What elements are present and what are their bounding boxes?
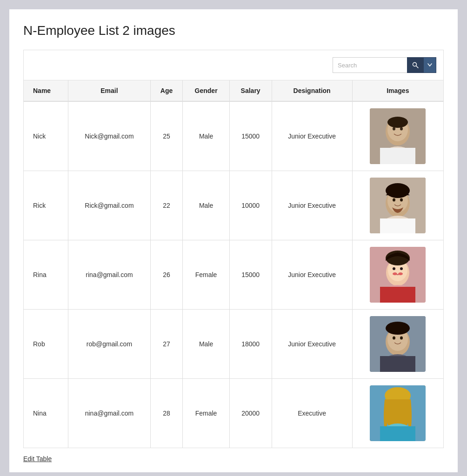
svg-rect-45 [380, 426, 415, 441]
search-button[interactable] [407, 57, 424, 73]
cell-email: rob@gmail.com [68, 310, 150, 379]
svg-point-24 [398, 272, 403, 275]
employee-avatar [370, 385, 426, 441]
svg-point-22 [400, 267, 403, 270]
svg-point-13 [393, 198, 395, 202]
page-title: N-Employee List 2 images [23, 23, 444, 38]
col-header-gender: Gender [183, 80, 229, 101]
svg-point-23 [393, 272, 397, 275]
cell-gender: Female [183, 379, 229, 448]
chevron-down-icon [427, 63, 432, 67]
cell-designation: Junior Executive [272, 101, 352, 171]
search-input[interactable] [333, 57, 407, 73]
cell-name: Nick [24, 101, 68, 171]
svg-rect-9 [380, 148, 415, 164]
cell-salary: 20000 [229, 379, 272, 448]
cell-salary: 15000 [229, 240, 272, 310]
cell-image [352, 101, 443, 171]
cell-email: nina@gmail.com [68, 379, 150, 448]
col-header-images: Images [352, 80, 443, 101]
col-header-name: Name [24, 80, 68, 101]
cell-gender: Female [183, 240, 229, 310]
cell-designation: Executive [272, 379, 352, 448]
cell-gender: Male [183, 101, 229, 171]
cell-image [352, 310, 443, 379]
page-container: N-Employee List 2 images Name [9, 9, 458, 472]
table-wrapper: Name Email Age Gender Salary Designation… [23, 50, 444, 448]
table-row: Nina nina@gmail.com 28 Female 20000 Exec… [24, 379, 443, 448]
cell-salary: 18000 [229, 310, 272, 379]
cell-salary: 15000 [229, 101, 272, 171]
cell-age: 28 [150, 379, 183, 448]
svg-line-1 [416, 66, 419, 68]
svg-point-14 [400, 198, 403, 202]
svg-point-33 [386, 322, 410, 335]
svg-point-32 [400, 337, 403, 340]
svg-rect-27 [380, 287, 415, 303]
cell-designation: Junior Executive [272, 310, 352, 379]
svg-point-7 [387, 117, 408, 128]
table-row: Rina rina@gmail.com 26 Female 15000 Juni… [24, 240, 443, 310]
dropdown-button[interactable] [424, 57, 436, 73]
cell-gender: Male [183, 310, 229, 379]
cell-name: Rina [24, 240, 68, 310]
col-header-designation: Designation [272, 80, 352, 101]
cell-age: 25 [150, 101, 183, 171]
cell-image [352, 379, 443, 448]
col-header-email: Email [68, 80, 150, 101]
cell-salary: 10000 [229, 171, 272, 240]
cell-image [352, 171, 443, 240]
employee-avatar [370, 108, 426, 164]
col-header-age: Age [150, 80, 183, 101]
cell-email: Nick@gmail.com [68, 101, 150, 171]
svg-rect-17 [380, 218, 415, 233]
cell-age: 22 [150, 171, 183, 240]
employee-table: Name Email Age Gender Salary Designation… [24, 80, 443, 448]
table-row: Rick Rick@gmail.com 22 Male 10000 Junior… [24, 171, 443, 240]
employee-avatar [370, 316, 426, 372]
table-row: Nick Nick@gmail.com 25 Male 15000 Junior… [24, 101, 443, 171]
cell-gender: Male [183, 171, 229, 240]
cell-name: Rick [24, 171, 68, 240]
cell-age: 26 [150, 240, 183, 310]
svg-point-31 [393, 337, 395, 340]
table-header-row: Name Email Age Gender Salary Designation… [24, 80, 443, 101]
cell-name: Nina [24, 379, 68, 448]
cell-image [352, 240, 443, 310]
cell-age: 27 [150, 310, 183, 379]
edit-table-link[interactable]: Edit Table [23, 455, 52, 463]
cell-email: rina@gmail.com [68, 240, 150, 310]
search-icon [412, 62, 419, 68]
cell-designation: Junior Executive [272, 171, 352, 240]
employee-avatar [370, 178, 426, 233]
table-row: Rob rob@gmail.com 27 Male 18000 Junior E… [24, 310, 443, 379]
svg-point-21 [393, 267, 395, 270]
employee-avatar [370, 247, 426, 303]
cell-designation: Junior Executive [272, 240, 352, 310]
cell-name: Rob [24, 310, 68, 379]
col-header-salary: Salary [229, 80, 272, 101]
cell-email: Rick@gmail.com [68, 171, 150, 240]
toolbar [24, 50, 443, 80]
svg-rect-35 [380, 356, 415, 372]
